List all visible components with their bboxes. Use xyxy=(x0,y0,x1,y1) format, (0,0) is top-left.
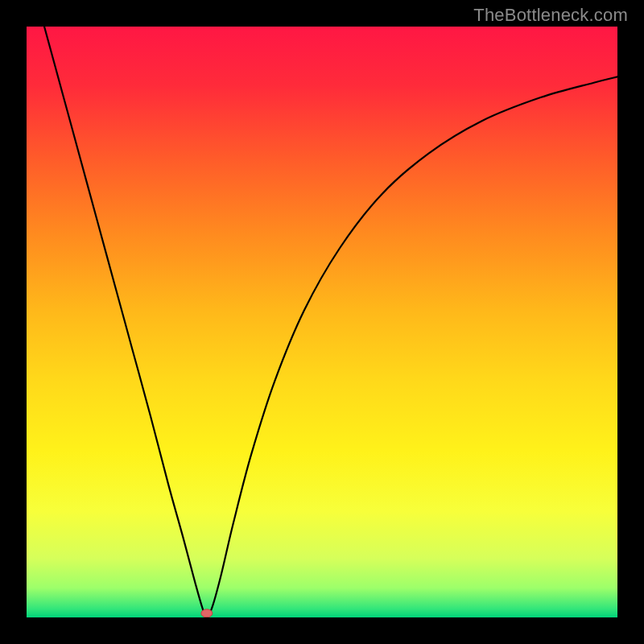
plot-area xyxy=(27,27,617,617)
optimum-marker xyxy=(201,609,213,617)
plot-svg xyxy=(27,27,617,617)
gradient-background xyxy=(27,27,617,617)
chart-frame: TheBottleneck.com xyxy=(0,0,644,644)
watermark-text: TheBottleneck.com xyxy=(473,5,628,26)
